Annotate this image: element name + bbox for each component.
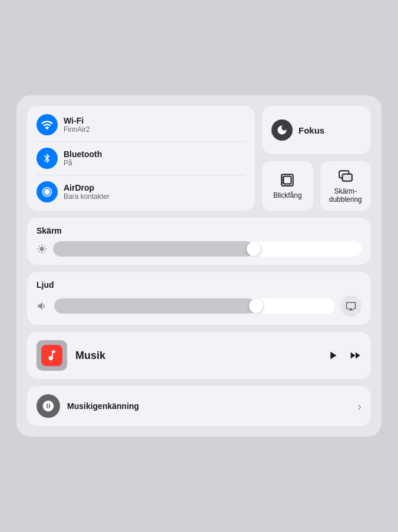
volume-label: Ljud (37, 280, 361, 290)
airdrop-icon (37, 181, 58, 202)
fast-forward-button[interactable] (349, 349, 361, 362)
brightness-track[interactable] (53, 241, 361, 257)
volume-icon (37, 300, 48, 312)
control-center: Wi-Fi FinnAir2 Bluetooth På (16, 95, 382, 437)
music-artwork (37, 340, 67, 371)
brightness-section: Skärm (27, 218, 371, 265)
skarmdubblering-icon (338, 168, 353, 184)
shazam-tile[interactable]: Musik­igenkänning › (27, 386, 371, 426)
svg-rect-2 (284, 177, 291, 184)
bluetooth-text: Bluetooth På (64, 149, 102, 167)
brightness-thumb (247, 242, 261, 256)
blickfang-tile[interactable]: Blickfång (262, 161, 313, 211)
top-row: Wi-Fi FinnAir2 Bluetooth På (27, 106, 371, 211)
focus-tile[interactable]: Fokus (262, 106, 371, 154)
wifi-item[interactable]: Wi-Fi FinnAir2 (37, 114, 246, 135)
volume-section: Ljud (27, 272, 371, 325)
brightness-fill (53, 241, 254, 257)
bluetooth-icon (37, 148, 58, 169)
music-icon (41, 345, 62, 366)
bluetooth-item[interactable]: Bluetooth På (37, 148, 246, 169)
volume-track[interactable] (54, 298, 334, 314)
wifi-icon (37, 114, 58, 135)
wifi-name: Wi-Fi (64, 116, 90, 125)
brightness-icon (37, 244, 47, 254)
svg-point-0 (45, 190, 49, 194)
skarmdubblering-label: Skärm­dubblering (327, 187, 364, 204)
network-tile: Wi-Fi FinnAir2 Bluetooth På (27, 106, 255, 211)
brightness-row (37, 241, 361, 257)
focus-label: Fokus (298, 125, 324, 135)
play-button[interactable] (326, 349, 339, 362)
shazam-label: Musik­igenkänning (67, 401, 350, 411)
divider-1 (37, 141, 246, 142)
volume-fill (54, 298, 256, 314)
airdrop-sub: Bara kontakter (64, 192, 110, 201)
wifi-sub: FinnAir2 (64, 125, 90, 134)
shazam-chevron-icon: › (357, 400, 361, 413)
svg-rect-7 (342, 174, 351, 181)
music-controls (326, 349, 361, 362)
airplay-button[interactable] (340, 295, 361, 317)
moon-icon (271, 119, 293, 141)
right-tiles: Fokus Blickfång (262, 106, 371, 211)
music-title: Musik (75, 350, 318, 362)
airdrop-text: AirDrop Bara kontakter (64, 183, 110, 201)
blickfang-label: Blickfång (273, 191, 302, 200)
airdrop-item[interactable]: AirDrop Bara kontakter (37, 181, 246, 202)
blickfang-icon (280, 172, 295, 188)
bluetooth-name: Bluetooth (64, 149, 102, 159)
brightness-label: Skärm (37, 226, 361, 235)
volume-row (37, 295, 361, 317)
bottom-icons-row: Blickfång Skärm­dubblering (262, 161, 371, 211)
wifi-text: Wi-Fi FinnAir2 (64, 116, 90, 134)
skarmdubblering-tile[interactable]: Skärm­dubblering (320, 161, 372, 211)
bluetooth-sub: På (64, 159, 102, 167)
divider-2 (37, 175, 246, 175)
volume-thumb (249, 299, 263, 313)
shazam-icon (37, 394, 60, 418)
airdrop-name: AirDrop (64, 183, 110, 192)
music-section: Musik (27, 332, 371, 379)
